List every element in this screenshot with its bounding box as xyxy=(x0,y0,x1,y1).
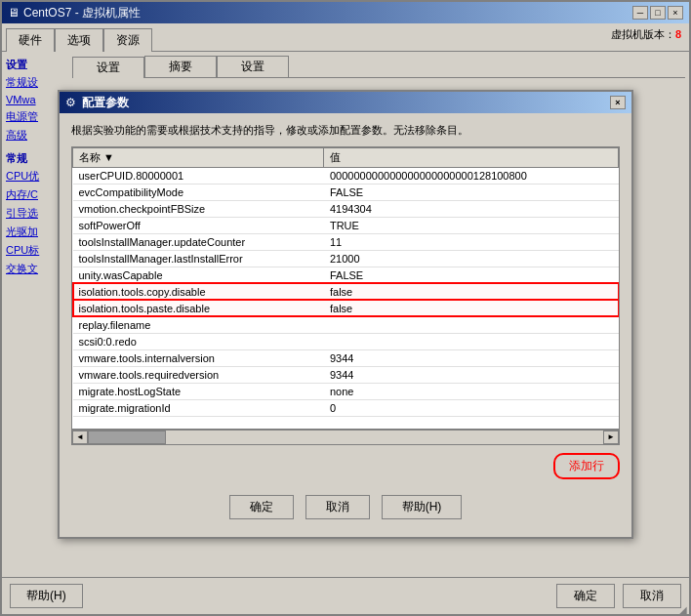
h-scroll-thumb[interactable] xyxy=(88,431,166,444)
config-dialog-title: 配置参数 xyxy=(82,95,129,111)
table-cell-name: softPowerOff xyxy=(73,217,324,233)
scroll-left-button[interactable]: ◄ xyxy=(72,431,88,444)
minimize-button[interactable]: ─ xyxy=(632,6,648,20)
outer-window: 🖥 CentOS7 - 虚拟机属性 ─ □ × 硬件 选项 资源 虚拟机版本：8… xyxy=(0,0,691,616)
bottom-ok-button[interactable]: 确定 xyxy=(556,584,615,608)
table-cell-value: 9344 xyxy=(324,349,619,366)
config-icon: ⚙ xyxy=(65,96,76,109)
table-cell-name: isolation.tools.paste.disable xyxy=(73,300,324,316)
close-button[interactable]: × xyxy=(668,6,683,20)
table-header-row: 名称 ▼ 值 xyxy=(73,147,619,167)
bottom-buttons: 帮助(H) 确定 取消 xyxy=(2,577,689,614)
table-row[interactable]: toolsInstallManager.updateCounter11 xyxy=(73,233,619,250)
add-row-button[interactable]: 添加行 xyxy=(553,453,620,479)
outer-titlebar-title: CentOS7 - 虚拟机属性 xyxy=(23,5,141,21)
modal-overlay: ⚙ 配置参数 × 根据实验功能的需要或根据技术支持的指导，修改或添加配置参数。无… xyxy=(2,52,689,577)
dialog-help-button[interactable]: 帮助(H) xyxy=(382,495,463,519)
table-cell-value: none xyxy=(324,383,619,399)
table-cell-name: replay.filename xyxy=(73,316,324,333)
table-row[interactable]: userCPUID.800000010000000000000000000000… xyxy=(73,167,619,184)
table-row[interactable]: softPowerOffTRUE xyxy=(73,217,619,233)
config-description: 根据实验功能的需要或根据技术支持的指导，修改或添加配置参数。无法移除条目。 xyxy=(71,123,620,138)
main-content: 设置 常规设 VMwa 电源管 高级 常规 CPU优 内存/C 引导选 光驱加 … xyxy=(2,52,689,577)
table-cell-value: FALSE xyxy=(324,267,619,283)
table-row[interactable]: migrate.hostLogStatenone xyxy=(73,383,619,399)
table-row[interactable]: vmware.tools.internalversion9344 xyxy=(73,349,619,366)
table-row[interactable]: isolation.tools.copy.disablefalse xyxy=(73,283,619,300)
maximize-button[interactable]: □ xyxy=(650,6,666,20)
col-header-value[interactable]: 值 xyxy=(324,147,619,167)
add-row-area: 添加行 xyxy=(71,453,620,479)
dialog-cancel-button[interactable]: 取消 xyxy=(305,495,370,519)
table-cell-value: 21000 xyxy=(324,250,619,267)
table-cell-value: 0 xyxy=(324,399,619,416)
config-dialog-titlebar: ⚙ 配置参数 × xyxy=(60,92,631,113)
config-close-button[interactable]: × xyxy=(610,96,626,109)
table-cell-value: 11 xyxy=(324,233,619,250)
config-dialog-body: 根据实验功能的需要或根据技术支持的指导，修改或添加配置参数。无法移除条目。 名称… xyxy=(60,113,631,536)
tab-hardware[interactable]: 硬件 xyxy=(6,28,55,52)
dialog-ok-button[interactable]: 确定 xyxy=(229,495,294,519)
bottom-help-button[interactable]: 帮助(H) xyxy=(10,584,83,608)
table-cell-value xyxy=(324,333,619,349)
table-row[interactable]: toolsInstallManager.lastInstallError2100… xyxy=(73,250,619,267)
table-row[interactable]: migrate.migrationId0 xyxy=(73,399,619,416)
table-row[interactable]: evcCompatibilityModeFALSE xyxy=(73,184,619,200)
table-cell-value: 4194304 xyxy=(324,200,619,217)
table-cell-value: 9344 xyxy=(324,366,619,383)
bottom-cancel-button[interactable]: 取消 xyxy=(623,584,681,608)
table-cell-name: toolsInstallManager.updateCounter xyxy=(73,233,324,250)
table-row[interactable]: replay.filename xyxy=(73,316,619,333)
table-row[interactable]: vmotion.checkpointFBSize4194304 xyxy=(73,200,619,217)
table-cell-value xyxy=(324,316,619,333)
outer-titlebar: 🖥 CentOS7 - 虚拟机属性 ─ □ × xyxy=(2,2,689,23)
tab-options[interactable]: 选项 xyxy=(55,28,103,52)
col-header-name[interactable]: 名称 ▼ xyxy=(73,147,324,167)
tab-resources[interactable]: 资源 xyxy=(103,28,152,52)
config-title-area: ⚙ 配置参数 xyxy=(65,95,129,111)
table-row[interactable]: isolation.tools.paste.disablefalse xyxy=(73,300,619,316)
table-row[interactable]: unity.wasCapableFALSE xyxy=(73,267,619,283)
table-cell-value: 000000000000000000000000128100800 xyxy=(324,167,619,184)
sort-arrow-icon: ▼ xyxy=(103,151,114,163)
table-cell-value: false xyxy=(324,300,619,316)
table-cell-name: migrate.migrationId xyxy=(73,399,324,416)
outer-titlebar-left: 🖥 CentOS7 - 虚拟机属性 xyxy=(8,5,141,21)
table-row[interactable]: scsi0:0.redo xyxy=(73,333,619,349)
table-cell-name: vmotion.checkpointFBSize xyxy=(73,200,324,217)
outer-titlebar-buttons: ─ □ × xyxy=(632,6,683,20)
table-cell-name: toolsInstallManager.lastInstallError xyxy=(73,250,324,267)
config-table-wrapper[interactable]: 名称 ▼ 值 userCPUID.80000001000000000000000… xyxy=(71,146,620,430)
config-table: 名称 ▼ 值 userCPUID.80000001000000000000000… xyxy=(72,147,619,417)
vm-icon: 🖥 xyxy=(8,6,20,20)
config-dialog: ⚙ 配置参数 × 根据实验功能的需要或根据技术支持的指导，修改或添加配置参数。无… xyxy=(58,90,633,538)
table-cell-name: unity.wasCapable xyxy=(73,267,324,283)
outer-tabs-area: 硬件 选项 资源 虚拟机版本：8 xyxy=(2,23,689,52)
table-cell-name: vmware.tools.requiredversion xyxy=(73,366,324,383)
table-cell-name: vmware.tools.internalversion xyxy=(73,349,324,366)
h-scrollbar[interactable]: ◄ ► xyxy=(71,430,620,445)
table-cell-value: FALSE xyxy=(324,184,619,200)
scroll-right-button[interactable]: ► xyxy=(603,431,619,444)
table-cell-name: evcCompatibilityMode xyxy=(73,184,324,200)
resize-grip-icon[interactable]: ◢ xyxy=(679,604,691,616)
vm-version-label: 虚拟机版本：8 xyxy=(611,27,681,42)
table-row[interactable]: vmware.tools.requiredversion9344 xyxy=(73,366,619,383)
table-cell-name: userCPUID.80000001 xyxy=(73,167,324,184)
table-cell-value: false xyxy=(324,283,619,300)
table-cell-name: migrate.hostLogState xyxy=(73,383,324,399)
dialog-bottom-buttons: 确定 取消 帮助(H) xyxy=(71,487,620,527)
table-cell-value: TRUE xyxy=(324,217,619,233)
table-cell-name: isolation.tools.copy.disable xyxy=(73,283,324,300)
h-scroll-track xyxy=(88,431,603,444)
table-cell-name: scsi0:0.redo xyxy=(73,333,324,349)
